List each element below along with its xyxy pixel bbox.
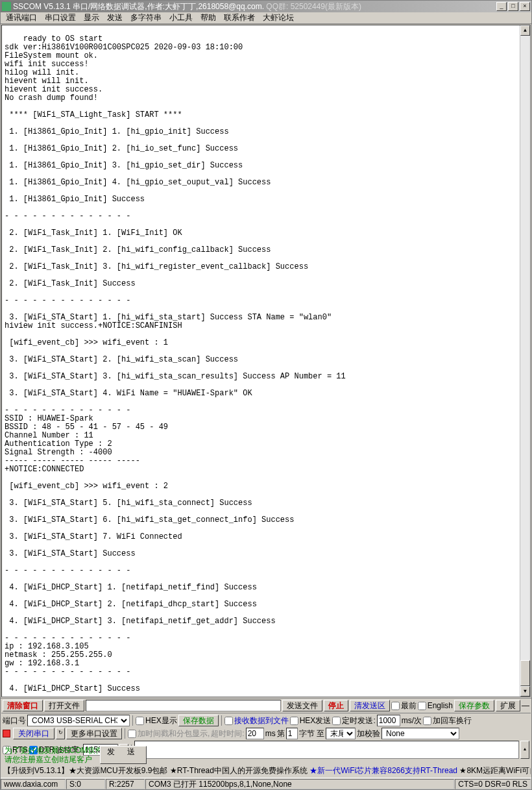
send-file-button[interactable]: 发送文件 xyxy=(282,700,322,711)
menu-serial-settings[interactable]: 串口设置 xyxy=(41,12,80,23)
terminal-text: ready to OS start sdk ver:Hi3861V100R001… xyxy=(5,34,346,697)
timed-send-label: 定时发送: xyxy=(342,715,375,726)
timeout-input[interactable] xyxy=(246,728,264,739)
port-select[interactable]: COM3 USB-SERIAL CH340 xyxy=(27,715,130,726)
control-panel: 清除窗口 打开文件 发送文件 停止 清发送区 最前 English 保存参数 扩… xyxy=(1,698,531,778)
expand-arrow-icon: — xyxy=(522,701,529,710)
bytes-to-label: 字节 至 xyxy=(299,728,324,739)
menu-display[interactable]: 显示 xyxy=(80,12,103,23)
status-signals: CTS=0 DSR=0 RLS xyxy=(455,779,531,789)
port-status-icon xyxy=(3,730,10,737)
save-params-button[interactable]: 保存参数 xyxy=(454,700,494,711)
close-button[interactable]: × xyxy=(520,2,530,11)
hex-send-label: HEX发送 xyxy=(300,715,332,726)
upgrade-link[interactable]: 【升级到V5.13.1】 xyxy=(3,765,69,776)
promo-link-3[interactable]: ★新一代WiFi芯片兼容8266支持RT-Thread xyxy=(309,765,457,776)
menu-contact[interactable]: 联系作者 xyxy=(220,12,259,23)
menu-port[interactable]: 通讯端口 xyxy=(2,12,41,23)
promo-line-1: 为了更好地发展SSCOM软件 xyxy=(3,746,99,755)
topmost-label: 最前 xyxy=(401,700,417,711)
menu-tools[interactable]: 小工具 xyxy=(165,12,197,23)
terminal-output[interactable]: ready to OS start sdk ver:Hi3861V100R001… xyxy=(1,25,531,697)
menu-forum[interactable]: 大虾论坛 xyxy=(259,12,298,23)
status-recv: R:2257 xyxy=(106,779,145,789)
add-crlf-label: 加回车换行 xyxy=(433,715,472,726)
send-textarea[interactable] xyxy=(134,741,519,759)
checksum-select[interactable]: None xyxy=(381,728,459,739)
hex-send-checkbox[interactable] xyxy=(290,717,298,725)
topmost-checkbox[interactable] xyxy=(391,702,400,710)
file-path-input[interactable] xyxy=(86,700,281,711)
expand-button[interactable]: 扩展 xyxy=(496,700,520,711)
send-scroll-up-icon[interactable]: ▴ xyxy=(520,741,529,759)
more-settings-button[interactable]: 更多串口设置 xyxy=(66,728,122,739)
recv-to-file-checkbox[interactable] xyxy=(224,717,233,725)
window-title: SSCOM V5.13.1 串口/网络数据调试器,作者:大虾丁丁,2618058… xyxy=(13,1,496,12)
recv-to-file-label: 接收数据到文件 xyxy=(234,715,289,726)
interval-unit-label: ms/次 xyxy=(402,715,422,726)
port-refresh-icon[interactable]: ↻ xyxy=(56,728,65,739)
ms-label: ms xyxy=(265,729,276,738)
english-label: English xyxy=(428,701,453,710)
clear-window-button[interactable]: 清除窗口 xyxy=(3,700,43,711)
menubar: 通讯端口 串口设置 显示 发送 多字符串 小工具 帮助 联系作者 大虾论坛 xyxy=(1,12,531,24)
timed-send-checkbox[interactable] xyxy=(332,717,341,725)
app-icon xyxy=(2,2,11,11)
promo-link-1[interactable]: ★大资源MCU开发板9.9包邮 xyxy=(69,765,167,776)
status-sent: S:0 xyxy=(66,779,105,789)
promo-link-2[interactable]: ★RT-Thread中国人的开源免费操作系统 xyxy=(170,765,308,776)
byte-end-select[interactable]: 末尾 xyxy=(326,728,356,739)
links-row: 【升级到V5.13.1】 ★大资源MCU开发板9.9包邮 ★RT-Thread中… xyxy=(1,765,531,777)
send-button[interactable]: 发 送 xyxy=(100,746,147,764)
stop-button[interactable]: 停止 xyxy=(324,700,348,711)
interval-input[interactable] xyxy=(377,715,400,726)
checksum-label: 加校验 xyxy=(357,728,380,739)
vertical-scrollbar[interactable]: ▲ ▼ xyxy=(520,25,530,697)
menu-multistring[interactable]: 多字符串 xyxy=(127,12,165,23)
hex-display-label: HEX显示 xyxy=(145,715,177,726)
byte-start-input[interactable] xyxy=(286,728,298,739)
close-port-button[interactable]: 关闭串口 xyxy=(13,728,54,739)
titlebar: SSCOM V5.13.1 串口/网络数据调试器,作者:大虾丁丁,2618058… xyxy=(1,1,531,12)
promo-link-4[interactable]: ★8KM远距离WiFi可自组网 xyxy=(459,765,531,776)
clear-send-button[interactable]: 清发送区 xyxy=(350,700,390,711)
maximize-button[interactable]: □ xyxy=(508,2,518,11)
status-site: www.daxia.com xyxy=(1,779,66,789)
menu-send[interactable]: 发送 xyxy=(103,12,127,23)
status-port: COM3 已打开 115200bps,8,1,None,None xyxy=(145,779,454,789)
add-crlf-checkbox[interactable] xyxy=(423,717,431,725)
open-file-button[interactable]: 打开文件 xyxy=(44,700,84,711)
scroll-up-icon[interactable]: ▲ xyxy=(520,25,530,36)
promo-line-2: 请您注册嘉立创I结尾客户 xyxy=(3,755,99,764)
menu-help[interactable]: 帮助 xyxy=(197,12,220,23)
save-data-button[interactable]: 保存数据 xyxy=(178,715,219,726)
scroll-down-icon[interactable]: ▼ xyxy=(520,686,530,697)
hex-display-checkbox[interactable] xyxy=(136,717,144,725)
statusbar: www.daxia.com S:0 R:2257 COM3 已打开 115200… xyxy=(1,778,531,789)
bytes-no-label: 第 xyxy=(277,728,285,739)
timestamp-label: 加时间戳和分包显示, xyxy=(138,728,210,739)
timeout-label: 超时时间: xyxy=(211,728,244,739)
port-label: 端口号 xyxy=(3,715,26,726)
scroll-thumb[interactable] xyxy=(520,660,530,686)
english-checkbox[interactable] xyxy=(418,702,426,710)
timestamp-checkbox[interactable] xyxy=(128,730,136,738)
minimize-button[interactable]: _ xyxy=(496,2,507,11)
